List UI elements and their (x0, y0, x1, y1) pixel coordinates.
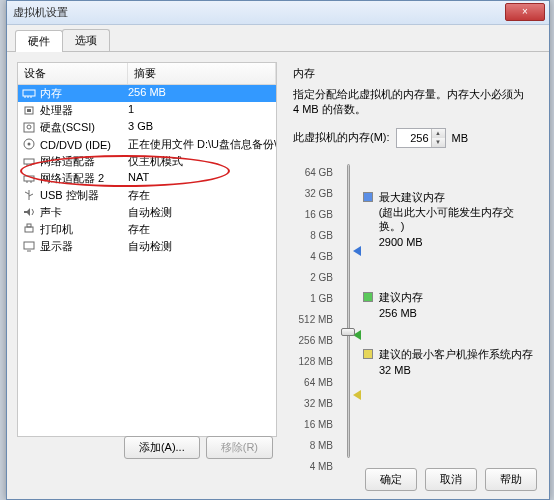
tick-label: 1 GB (293, 288, 333, 309)
remove-button[interactable]: 移除(R) (206, 436, 273, 459)
device-row-cpu[interactable]: 处理器1 (18, 102, 276, 119)
device-row-net[interactable]: 网络适配器 2NAT (18, 170, 276, 187)
net-icon (22, 155, 38, 169)
svg-rect-10 (24, 159, 34, 164)
svg-line-17 (25, 192, 29, 194)
device-row-disk[interactable]: 硬盘(SCSI)3 GB (18, 119, 276, 136)
memory-slider-area: 64 GB32 GB16 GB8 GB4 GB2 GB1 GB512 MB256… (293, 162, 533, 477)
device-summary: 自动检测 (128, 205, 276, 220)
device-row-sound[interactable]: 声卡自动检测 (18, 204, 276, 221)
device-list: 设备 摘要 内存256 MB处理器1硬盘(SCSI)3 GBCD/DVD (ID… (17, 62, 277, 437)
device-name: 硬盘(SCSI) (40, 120, 95, 135)
tick-label: 8 MB (293, 435, 333, 456)
device-name: 显示器 (40, 239, 73, 254)
legend-rec-swatch (363, 292, 373, 302)
usb-icon (22, 189, 38, 203)
memory-heading: 内存 (293, 66, 533, 81)
device-name: 声卡 (40, 205, 62, 220)
legend-min-value: 32 MB (379, 363, 533, 378)
ok-button[interactable]: 确定 (365, 468, 417, 491)
tick-label: 8 GB (293, 225, 333, 246)
memory-spinner[interactable]: ▲▼ (431, 129, 445, 147)
device-summary: 1 (128, 103, 276, 118)
legend-rec-value: 256 MB (379, 306, 423, 321)
marker-min-icon (353, 390, 361, 400)
device-name: 内存 (40, 86, 62, 101)
device-row-memory[interactable]: 内存256 MB (18, 85, 276, 102)
device-name: USB 控制器 (40, 188, 99, 203)
device-row-display[interactable]: 显示器自动检测 (18, 238, 276, 255)
memory-input-row: 此虚拟机的内存(M): ▲▼ MB (293, 128, 533, 148)
tick-label: 64 MB (293, 372, 333, 393)
legend-rec-label: 建议内存 (379, 290, 423, 305)
device-row-cd[interactable]: CD/DVD (IDE)正在使用文件 D:\U盘信息备份\ 根目... (18, 136, 276, 153)
device-name: 网络适配器 (40, 154, 95, 169)
legend-min-swatch (363, 349, 373, 359)
memory-unit: MB (452, 132, 469, 144)
svg-line-18 (29, 194, 33, 196)
tick-label: 2 GB (293, 267, 333, 288)
memory-tick-labels: 64 GB32 GB16 GB8 GB4 GB2 GB1 GB512 MB256… (293, 162, 333, 477)
memory-panel: 内存 指定分配给此虚拟机的内存量。内存大小必须为 4 MB 的倍数。 此虚拟机的… (287, 62, 539, 437)
svg-rect-20 (25, 227, 33, 232)
slider-thumb[interactable] (341, 328, 355, 336)
tick-label: 16 MB (293, 414, 333, 435)
cancel-button[interactable]: 取消 (425, 468, 477, 491)
device-summary: NAT (128, 171, 276, 186)
list-body: 内存256 MB处理器1硬盘(SCSI)3 GBCD/DVD (IDE)正在使用… (18, 85, 276, 436)
memory-slider-track[interactable] (339, 162, 357, 477)
legend-max-note: (超出此大小可能发生内存交换。) (379, 205, 533, 235)
svg-rect-5 (27, 109, 31, 112)
vm-settings-window: 虚拟机设置 × 硬件 选项 设备 摘要 内存256 MB处理器1硬盘(SCSI)… (6, 0, 550, 500)
tick-label: 4 GB (293, 246, 333, 267)
list-header: 设备 摘要 (18, 63, 276, 85)
tick-label: 4 MB (293, 456, 333, 477)
legend-max-value: 2900 MB (379, 235, 533, 250)
cd-icon (22, 138, 38, 152)
svg-rect-0 (23, 90, 35, 96)
tick-label: 512 MB (293, 309, 333, 330)
tick-label: 64 GB (293, 162, 333, 183)
memory-label: 此虚拟机的内存(M): (293, 130, 390, 145)
memory-icon (22, 87, 38, 101)
device-row-usb[interactable]: USB 控制器存在 (18, 187, 276, 204)
col-device[interactable]: 设备 (18, 63, 128, 84)
col-summary[interactable]: 摘要 (128, 63, 276, 84)
device-name: 处理器 (40, 103, 73, 118)
device-summary: 256 MB (128, 86, 276, 101)
tick-label: 16 GB (293, 204, 333, 225)
tab-hardware[interactable]: 硬件 (15, 30, 63, 52)
device-row-net[interactable]: 网络适配器仅主机模式 (18, 153, 276, 170)
device-name: CD/DVD (IDE) (40, 139, 111, 151)
add-button[interactable]: 添加(A)... (124, 436, 200, 459)
device-name: 网络适配器 2 (40, 171, 104, 186)
device-row-printer[interactable]: 打印机存在 (18, 221, 276, 238)
device-summary: 仅主机模式 (128, 154, 276, 169)
marker-max-icon (353, 246, 361, 256)
help-button[interactable]: 帮助 (485, 468, 537, 491)
memory-legend: 最大建议内存 (超出此大小可能发生内存交换。) 2900 MB 建议内存 256… (363, 162, 533, 477)
device-summary: 正在使用文件 D:\U盘信息备份\ 根目... (128, 137, 276, 152)
svg-rect-22 (24, 242, 34, 249)
printer-icon (22, 223, 38, 237)
tick-label: 256 MB (293, 330, 333, 351)
legend-max-swatch (363, 192, 373, 202)
svg-point-9 (28, 142, 31, 145)
svg-marker-19 (24, 208, 30, 216)
tick-label: 32 MB (293, 393, 333, 414)
sound-icon (22, 206, 38, 220)
close-button[interactable]: × (505, 3, 545, 21)
net-icon (22, 172, 38, 186)
svg-rect-13 (24, 176, 34, 181)
window-title: 虚拟机设置 (13, 5, 68, 20)
svg-rect-21 (27, 224, 31, 227)
tab-options[interactable]: 选项 (62, 29, 110, 51)
tick-label: 32 GB (293, 183, 333, 204)
tabs: 硬件 选项 (7, 25, 549, 52)
titlebar[interactable]: 虚拟机设置 × (7, 1, 549, 25)
device-name: 打印机 (40, 222, 73, 237)
dialog-footer: 确定 取消 帮助 (365, 468, 537, 491)
device-summary: 3 GB (128, 120, 276, 135)
disk-icon (22, 121, 38, 135)
device-summary: 自动检测 (128, 239, 276, 254)
